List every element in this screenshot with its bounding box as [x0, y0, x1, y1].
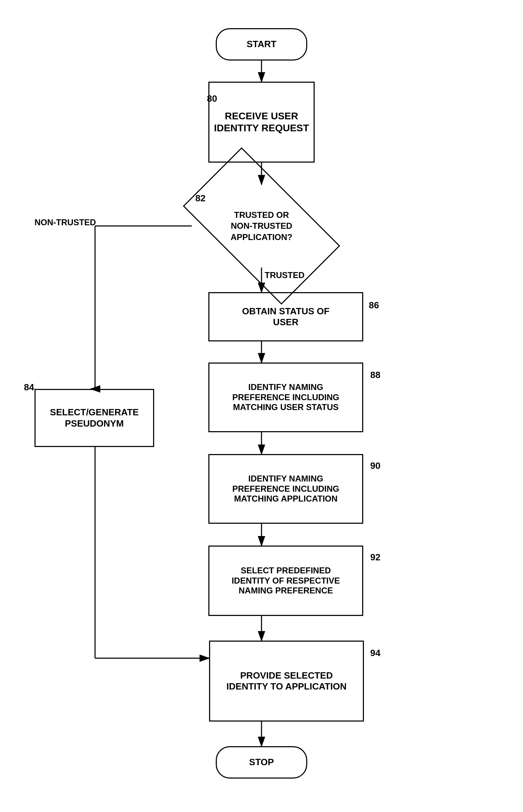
obtain-status-node: OBTAIN STATUS OF USER	[208, 292, 363, 341]
identify-naming-pref-app-label: IDENTIFY NAMING PREFERENCE INCLUDING MAT…	[232, 474, 339, 504]
stop-label: STOP	[249, 757, 274, 768]
receive-identity-request-node: RECEIVE USER IDENTITY REQUEST	[208, 82, 315, 163]
obtain-status-label: OBTAIN STATUS OF USER	[242, 306, 329, 328]
select-generate-pseudonym-label: SELECT/GENERATE PSEUDONYM	[50, 407, 139, 429]
select-generate-pseudonym-node: SELECT/GENERATE PSEUDONYM	[34, 389, 154, 447]
start-label: START	[247, 39, 277, 50]
ref-94: 94	[370, 648, 380, 659]
provide-selected-identity-node: PROVIDE SELECTED IDENTITY TO APPLICATION	[209, 641, 364, 722]
stop-node: STOP	[216, 746, 307, 779]
start-node: START	[216, 28, 307, 61]
non-trusted-label: NON-TRUSTED	[34, 218, 96, 227]
provide-selected-identity-label: PROVIDE SELECTED IDENTITY TO APPLICATION	[226, 670, 346, 692]
ref-86: 86	[369, 300, 379, 311]
trusted-label: TRUSTED	[265, 270, 304, 280]
ref-90: 90	[370, 460, 380, 471]
ref-92: 92	[370, 552, 380, 563]
identify-naming-pref-user-status-label: IDENTIFY NAMING PREFERENCE INCLUDING MAT…	[232, 382, 339, 413]
select-predefined-identity-label: SELECT PREDEFINED IDENTITY OF RESPECTIVE…	[232, 566, 340, 596]
ref-88: 88	[370, 370, 380, 380]
trusted-decision-label: TRUSTED ORNON-TRUSTEDAPPLICATION?	[231, 209, 292, 243]
identify-naming-pref-app-node: IDENTIFY NAMING PREFERENCE INCLUDING MAT…	[208, 454, 363, 524]
receive-identity-request-label: RECEIVE USER IDENTITY REQUEST	[214, 110, 309, 134]
trusted-decision-node: TRUSTED ORNON-TRUSTEDAPPLICATION?	[192, 184, 331, 267]
flowchart: START 80 RECEIVE USER IDENTITY REQUEST 8…	[0, 0, 523, 812]
select-predefined-identity-node: SELECT PREDEFINED IDENTITY OF RESPECTIVE…	[208, 546, 363, 616]
ref-84: 84	[24, 382, 34, 393]
identify-naming-pref-user-status-node: IDENTIFY NAMING PREFERENCE INCLUDING MAT…	[208, 363, 363, 432]
